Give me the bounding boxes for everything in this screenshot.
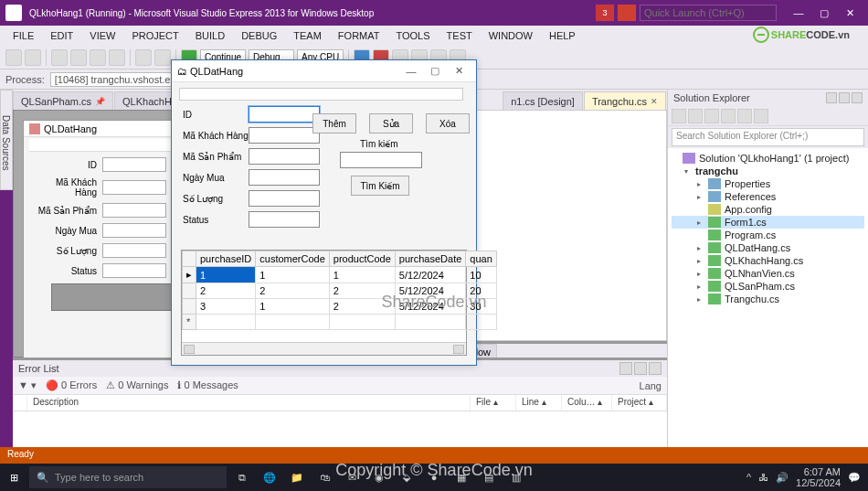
solexp-preview-icon[interactable] — [754, 109, 768, 123]
open-button[interactable] — [70, 49, 87, 66]
solexp-dropdown-icon[interactable] — [826, 92, 837, 103]
data-sources-tab[interactable]: Data Sources — [0, 90, 13, 190]
dlg-search-input[interactable] — [340, 152, 422, 168]
tree-project[interactable]: ▾trangchu — [672, 165, 864, 177]
nav-fwd-button[interactable] — [25, 49, 41, 66]
col-purchasedate[interactable]: purchaseDate — [395, 251, 466, 267]
errlist-close-icon[interactable] — [649, 362, 662, 375]
col-productcode[interactable]: productCode — [329, 251, 395, 267]
save-all-button[interactable] — [109, 49, 125, 66]
tree-appconfig[interactable]: App.config — [672, 203, 864, 216]
tree-qldathang[interactable]: ▸QLDatHang.cs — [672, 241, 864, 254]
app-icon[interactable]: ● — [420, 464, 448, 491]
dlg-input-masp[interactable] — [249, 148, 320, 165]
solexp-close-icon[interactable] — [852, 92, 863, 103]
tray-network-icon[interactable]: 🖧 — [758, 472, 768, 483]
solexp-home-icon[interactable] — [672, 109, 686, 123]
notification-badge[interactable]: 3 — [596, 5, 614, 21]
col-description[interactable]: Description — [27, 395, 471, 411]
them-button[interactable]: Thêm — [312, 113, 356, 133]
menu-debug[interactable]: DEBUG — [234, 28, 284, 43]
menu-file[interactable]: FILE — [5, 28, 41, 43]
menu-edit[interactable]: EDIT — [43, 28, 80, 43]
menu-format[interactable]: FORMAT — [331, 28, 387, 43]
mail-icon[interactable]: ✉ — [338, 464, 365, 491]
solexp-properties-icon[interactable] — [737, 109, 752, 123]
table-row[interactable]: ▸1115/12/202410 — [183, 267, 497, 283]
tree-form1[interactable]: ▸Form1.cs — [672, 216, 864, 229]
task-view-icon[interactable]: ⧉ — [228, 464, 256, 491]
chrome-icon[interactable]: ◉ — [365, 464, 393, 491]
menu-build[interactable]: BUILD — [188, 28, 232, 43]
solexp-refresh-icon[interactable] — [688, 109, 703, 123]
maximize-button[interactable]: ▢ — [811, 4, 837, 22]
tree-program[interactable]: Program.cs — [672, 229, 864, 241]
filter-errors[interactable]: 🔴 0 Errors — [46, 379, 97, 391]
sua-button[interactable]: Sửa — [369, 113, 413, 133]
undo-button[interactable] — [135, 49, 152, 66]
taskbar-search[interactable]: 🔍 Type here to search — [29, 466, 227, 488]
dialog-maximize-button[interactable]: ▢ — [423, 65, 447, 77]
process-combo[interactable]: [10468] trangchu.vshost.exe — [50, 72, 185, 87]
tree-references[interactable]: ▸References — [672, 190, 864, 203]
menu-window[interactable]: WINDOW — [482, 28, 540, 43]
app3-icon[interactable]: ▤ — [475, 464, 503, 491]
dialog-close-button[interactable]: ✕ — [447, 65, 471, 77]
app2-icon[interactable]: ▦ — [448, 464, 475, 491]
col-quan[interactable]: quan — [466, 251, 496, 267]
filter-warnings[interactable]: ⚠ 0 Warnings — [106, 379, 168, 391]
menu-team[interactable]: TEAM — [286, 28, 329, 43]
bg-input-masp[interactable] — [102, 203, 166, 218]
errlist-pin-icon[interactable] — [634, 362, 647, 375]
dlg-input-sl[interactable] — [249, 190, 320, 207]
tree-properties[interactable]: ▸Properties — [672, 177, 864, 190]
scroll-right-icon[interactable] — [453, 345, 464, 354]
bg-input-makh[interactable] — [102, 180, 166, 195]
col-customercode[interactable]: customerCode — [256, 251, 330, 267]
dlg-input-ngay[interactable] — [249, 169, 320, 186]
edge-icon[interactable]: 🌐 — [256, 464, 283, 491]
scroll-left-icon[interactable] — [184, 345, 195, 354]
tree-qlsanpham[interactable]: ▸QLSanPham.cs — [672, 280, 864, 293]
xoa-button[interactable]: Xóa — [426, 113, 470, 133]
tray-volume-icon[interactable]: 🔊 — [776, 472, 789, 484]
col-project[interactable]: Project ▴ — [612, 395, 667, 411]
dlg-input-status[interactable] — [249, 211, 320, 228]
quick-launch-input[interactable] — [640, 5, 777, 21]
nav-back-button[interactable] — [5, 49, 22, 66]
redo-button[interactable] — [154, 49, 171, 66]
errlist-dropdown-icon[interactable] — [619, 362, 632, 375]
doctab-trangchu[interactable]: Trangchu.cs✕ — [584, 91, 666, 110]
menu-help[interactable]: HELP — [542, 28, 583, 43]
minimize-button[interactable]: — — [786, 4, 811, 22]
timkiem-button[interactable]: Tìm Kiếm — [351, 176, 409, 196]
tray-notifications-icon[interactable]: 💬 — [848, 472, 861, 484]
tree-trangchu[interactable]: ▸Trangchu.cs — [672, 293, 864, 305]
data-grid[interactable]: purchaseID customerCode productCode purc… — [181, 250, 467, 356]
solexp-collapse-icon[interactable] — [704, 109, 719, 123]
vs-icon[interactable]: ⬙ — [393, 464, 420, 491]
dlg-input-makh[interactable] — [249, 127, 320, 144]
taskbar-clock[interactable]: 6:07 AM12/5/2024 — [796, 466, 841, 488]
menu-tools[interactable]: TOOLS — [388, 28, 437, 43]
explorer-icon[interactable]: 📁 — [283, 464, 311, 491]
close-button[interactable]: ✕ — [837, 4, 863, 22]
table-row[interactable]: 3125/12/202430 — [183, 299, 497, 315]
start-button[interactable]: ⊞ — [0, 464, 27, 491]
tree-qlnhanvien[interactable]: ▸QLNhanVien.cs — [672, 267, 864, 280]
store-icon[interactable]: 🛍 — [311, 464, 338, 491]
table-row[interactable]: 2225/12/202420 — [183, 283, 497, 299]
col-column[interactable]: Colu… ▴ — [562, 395, 612, 411]
dialog-minimize-button[interactable]: — — [399, 66, 423, 77]
bg-input-sl[interactable] — [102, 243, 166, 258]
tray-up-icon[interactable]: ^ — [746, 472, 751, 483]
doctab-qlsanpham[interactable]: QLSanPham.cs📌 — [13, 91, 113, 110]
new-project-button[interactable] — [51, 49, 68, 66]
menu-project[interactable]: PROJECT — [124, 28, 185, 43]
col-line[interactable]: Line ▴ — [516, 395, 562, 411]
menu-test[interactable]: TEST — [439, 28, 480, 43]
app4-icon[interactable]: ▥ — [503, 464, 530, 491]
solexp-showall-icon[interactable] — [721, 109, 736, 123]
feedback-flag-icon[interactable] — [618, 5, 636, 21]
save-button[interactable] — [90, 49, 106, 66]
